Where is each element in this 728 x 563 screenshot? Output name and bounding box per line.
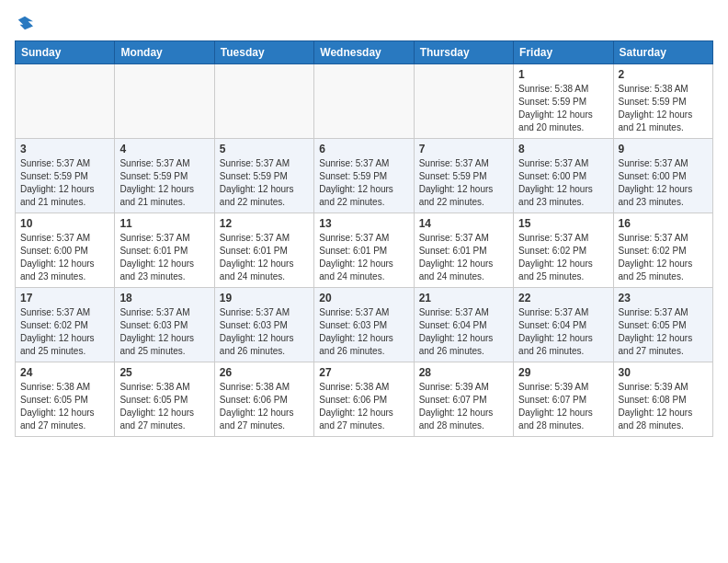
day-info: Sunrise: 5:37 AM Sunset: 6:00 PM Dayligh… (619, 157, 708, 209)
day-info: Sunrise: 5:37 AM Sunset: 6:00 PM Dayligh… (518, 157, 608, 209)
day-number: 23 (619, 292, 708, 304)
day-number: 22 (518, 292, 608, 304)
day-info: Sunrise: 5:38 AM Sunset: 6:06 PM Dayligh… (319, 381, 408, 432)
calendar-cell (314, 64, 414, 139)
logo-bird-icon (17, 15, 33, 31)
calendar-header-tuesday: Tuesday (214, 41, 313, 64)
day-number: 24 (20, 366, 109, 379)
calendar-cell: 20Sunrise: 5:37 AM Sunset: 6:03 PM Dayli… (314, 288, 414, 362)
calendar-header-monday: Monday (115, 41, 214, 64)
calendar-cell (16, 64, 115, 139)
day-info: Sunrise: 5:37 AM Sunset: 6:01 PM Dayligh… (220, 232, 309, 283)
day-number: 18 (119, 292, 209, 304)
calendar-cell (115, 64, 214, 139)
svg-marker-0 (18, 17, 33, 29)
day-number: 3 (20, 143, 109, 155)
calendar-cell: 10Sunrise: 5:37 AM Sunset: 6:00 PM Dayli… (16, 213, 115, 288)
calendar-cell: 21Sunrise: 5:37 AM Sunset: 6:04 PM Dayli… (414, 288, 513, 362)
day-number: 25 (119, 366, 209, 379)
day-info: Sunrise: 5:37 AM Sunset: 6:01 PM Dayligh… (119, 232, 209, 283)
calendar-week-4: 17Sunrise: 5:37 AM Sunset: 6:02 PM Dayli… (16, 288, 713, 362)
calendar-cell: 16Sunrise: 5:37 AM Sunset: 6:02 PM Dayli… (613, 213, 712, 288)
day-info: Sunrise: 5:38 AM Sunset: 6:06 PM Dayligh… (220, 381, 309, 432)
calendar-cell: 17Sunrise: 5:37 AM Sunset: 6:02 PM Dayli… (16, 288, 115, 362)
calendar-header-friday: Friday (514, 41, 613, 64)
calendar-cell: 24Sunrise: 5:38 AM Sunset: 6:05 PM Dayli… (16, 362, 115, 437)
calendar-cell: 26Sunrise: 5:38 AM Sunset: 6:06 PM Dayli… (214, 362, 313, 437)
day-info: Sunrise: 5:37 AM Sunset: 5:59 PM Dayligh… (20, 157, 109, 209)
calendar-cell: 19Sunrise: 5:37 AM Sunset: 6:03 PM Dayli… (214, 288, 313, 362)
calendar-week-2: 3Sunrise: 5:37 AM Sunset: 5:59 PM Daylig… (16, 139, 713, 213)
day-info: Sunrise: 5:37 AM Sunset: 6:03 PM Dayligh… (220, 306, 309, 358)
calendar-cell: 14Sunrise: 5:37 AM Sunset: 6:01 PM Dayli… (414, 213, 513, 288)
calendar-cell: 5Sunrise: 5:37 AM Sunset: 5:59 PM Daylig… (214, 139, 313, 213)
day-number: 14 (419, 217, 508, 230)
calendar-cell (414, 64, 513, 139)
day-number: 2 (619, 68, 708, 81)
day-info: Sunrise: 5:37 AM Sunset: 6:05 PM Dayligh… (619, 306, 708, 358)
calendar-cell: 27Sunrise: 5:38 AM Sunset: 6:06 PM Dayli… (314, 362, 414, 437)
calendar-cell: 3Sunrise: 5:37 AM Sunset: 5:59 PM Daylig… (16, 139, 115, 213)
calendar-header-sunday: Sunday (16, 41, 115, 64)
day-info: Sunrise: 5:37 AM Sunset: 6:03 PM Dayligh… (319, 306, 408, 358)
day-info: Sunrise: 5:38 AM Sunset: 6:05 PM Dayligh… (20, 381, 109, 432)
day-info: Sunrise: 5:39 AM Sunset: 6:07 PM Dayligh… (518, 381, 608, 432)
day-number: 19 (220, 292, 309, 304)
day-number: 20 (319, 292, 408, 304)
calendar-week-5: 24Sunrise: 5:38 AM Sunset: 6:05 PM Dayli… (16, 362, 713, 437)
day-number: 29 (518, 366, 608, 379)
day-info: Sunrise: 5:37 AM Sunset: 6:02 PM Dayligh… (20, 306, 109, 358)
calendar-cell: 6Sunrise: 5:37 AM Sunset: 5:59 PM Daylig… (314, 139, 414, 213)
day-number: 1 (518, 68, 608, 81)
day-number: 11 (119, 217, 209, 230)
day-info: Sunrise: 5:37 AM Sunset: 6:03 PM Dayligh… (119, 306, 209, 358)
calendar-cell: 28Sunrise: 5:39 AM Sunset: 6:07 PM Dayli… (414, 362, 513, 437)
day-info: Sunrise: 5:37 AM Sunset: 6:00 PM Dayligh… (20, 232, 109, 283)
day-info: Sunrise: 5:37 AM Sunset: 5:59 PM Dayligh… (319, 157, 408, 209)
calendar-header-saturday: Saturday (613, 41, 712, 64)
calendar-header-thursday: Thursday (414, 41, 513, 64)
calendar-cell: 7Sunrise: 5:37 AM Sunset: 5:59 PM Daylig… (414, 139, 513, 213)
day-info: Sunrise: 5:39 AM Sunset: 6:08 PM Dayligh… (619, 381, 708, 432)
calendar-cell: 9Sunrise: 5:37 AM Sunset: 6:00 PM Daylig… (613, 139, 712, 213)
day-number: 5 (220, 143, 309, 155)
day-number: 26 (220, 366, 309, 379)
day-info: Sunrise: 5:37 AM Sunset: 6:02 PM Dayligh… (518, 232, 608, 283)
day-number: 8 (518, 143, 608, 155)
calendar-cell: 25Sunrise: 5:38 AM Sunset: 6:05 PM Dayli… (115, 362, 214, 437)
page-header (15, 15, 713, 31)
day-number: 21 (419, 292, 508, 304)
day-info: Sunrise: 5:39 AM Sunset: 6:07 PM Dayligh… (419, 381, 508, 432)
day-number: 16 (619, 217, 708, 230)
calendar-body: 1Sunrise: 5:38 AM Sunset: 5:59 PM Daylig… (16, 64, 713, 437)
calendar-cell: 2Sunrise: 5:38 AM Sunset: 5:59 PM Daylig… (613, 64, 712, 139)
calendar-table: SundayMondayTuesdayWednesdayThursdayFrid… (15, 40, 713, 437)
day-number: 27 (319, 366, 408, 379)
calendar-cell: 18Sunrise: 5:37 AM Sunset: 6:03 PM Dayli… (115, 288, 214, 362)
calendar-header-row: SundayMondayTuesdayWednesdayThursdayFrid… (16, 41, 713, 64)
day-number: 15 (518, 217, 608, 230)
calendar-cell: 11Sunrise: 5:37 AM Sunset: 6:01 PM Dayli… (115, 213, 214, 288)
day-number: 12 (220, 217, 309, 230)
day-number: 28 (419, 366, 508, 379)
calendar-cell: 12Sunrise: 5:37 AM Sunset: 6:01 PM Dayli… (214, 213, 313, 288)
day-info: Sunrise: 5:37 AM Sunset: 6:04 PM Dayligh… (518, 306, 608, 358)
calendar-cell: 15Sunrise: 5:37 AM Sunset: 6:02 PM Dayli… (514, 213, 613, 288)
calendar-cell: 8Sunrise: 5:37 AM Sunset: 6:00 PM Daylig… (514, 139, 613, 213)
calendar-cell: 30Sunrise: 5:39 AM Sunset: 6:08 PM Dayli… (613, 362, 712, 437)
calendar-header-wednesday: Wednesday (314, 41, 414, 64)
day-info: Sunrise: 5:38 AM Sunset: 6:05 PM Dayligh… (119, 381, 209, 432)
day-info: Sunrise: 5:37 AM Sunset: 6:01 PM Dayligh… (419, 232, 508, 283)
day-info: Sunrise: 5:37 AM Sunset: 5:59 PM Dayligh… (220, 157, 309, 209)
calendar-week-1: 1Sunrise: 5:38 AM Sunset: 5:59 PM Daylig… (16, 64, 713, 139)
calendar-cell: 22Sunrise: 5:37 AM Sunset: 6:04 PM Dayli… (514, 288, 613, 362)
calendar-cell: 29Sunrise: 5:39 AM Sunset: 6:07 PM Dayli… (514, 362, 613, 437)
calendar-cell: 1Sunrise: 5:38 AM Sunset: 5:59 PM Daylig… (514, 64, 613, 139)
calendar-cell: 4Sunrise: 5:37 AM Sunset: 5:59 PM Daylig… (115, 139, 214, 213)
calendar-cell (214, 64, 313, 139)
calendar-week-3: 10Sunrise: 5:37 AM Sunset: 6:00 PM Dayli… (16, 213, 713, 288)
calendar-cell: 13Sunrise: 5:37 AM Sunset: 6:01 PM Dayli… (314, 213, 414, 288)
day-number: 7 (419, 143, 508, 155)
logo (15, 15, 33, 31)
day-info: Sunrise: 5:37 AM Sunset: 6:01 PM Dayligh… (319, 232, 408, 283)
